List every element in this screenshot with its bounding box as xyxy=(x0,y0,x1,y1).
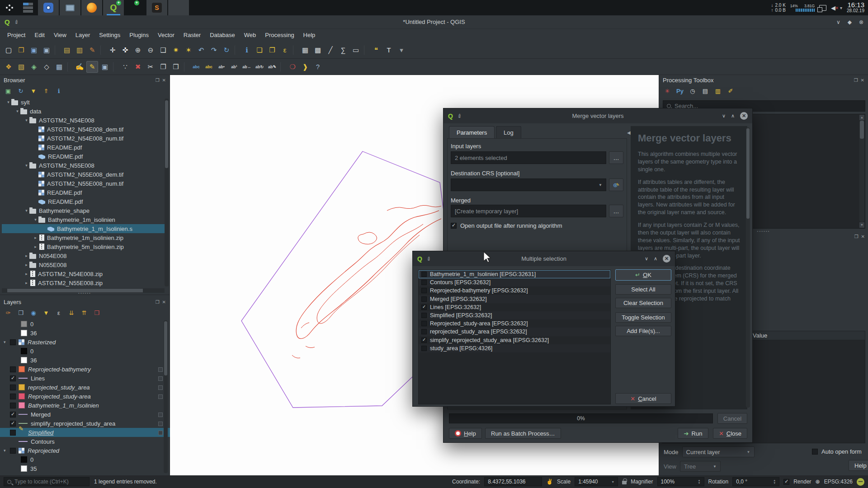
run-button[interactable]: ➔Run xyxy=(678,428,708,439)
toolbar-button[interactable]: T xyxy=(383,44,395,56)
toolbar-button[interactable]: ab• xyxy=(216,61,227,73)
tab-log[interactable]: Log xyxy=(496,126,521,139)
shade-icon[interactable]: ∨ xyxy=(645,256,648,262)
expand-arrow-icon[interactable] xyxy=(24,272,29,276)
clock[interactable]: 16:13 28.02.19 xyxy=(847,2,864,14)
close-dialog-button[interactable]: ✕Close xyxy=(713,428,747,439)
tree-item[interactable]: Bathymetrie_5m_Isolinien.zip xyxy=(2,242,166,251)
tree-item[interactable]: README.pdf xyxy=(2,152,166,161)
locate-input[interactable]: Type to locate (Ctrl+K) xyxy=(4,477,90,486)
tree-item[interactable]: ASTGTM2_N55E008.zip xyxy=(2,278,166,287)
tree-item[interactable]: Bathymetrie_1m_isolinien xyxy=(2,215,166,224)
toolbar-button[interactable]: ⊖ xyxy=(145,44,156,56)
toggle-selection-button[interactable]: Toggle Selection xyxy=(615,312,671,323)
toolbar-button[interactable] xyxy=(100,45,104,55)
tree-item[interactable]: N055E008 xyxy=(2,260,166,269)
scale-combo[interactable]: 1:45940▼ xyxy=(575,477,618,486)
tree-item[interactable]: ASTGTM2_N54E008_dem.tif xyxy=(2,125,166,134)
browser-tool-button[interactable]: ⇑ xyxy=(42,86,51,95)
open-output-checkbox[interactable] xyxy=(451,223,457,229)
toolbar-button[interactable] xyxy=(364,45,368,55)
layers-tool-button[interactable]: ▼ xyxy=(42,308,51,317)
toolbar-button[interactable] xyxy=(113,62,117,72)
selection-list-item[interactable]: Merged [EPSG:32632] xyxy=(419,295,610,303)
menu-item[interactable]: Processing xyxy=(260,29,298,42)
float-panel-icon[interactable]: ❐ xyxy=(854,78,858,83)
menu-item[interactable]: Web xyxy=(240,29,261,42)
clear-selection-button[interactable]: Clear Selection xyxy=(615,298,671,308)
toolbar-button[interactable]: ❐ xyxy=(266,44,278,56)
layers-tool-button[interactable]: ⇈ xyxy=(80,308,89,317)
item-checkbox[interactable] xyxy=(421,346,427,351)
tree-item[interactable]: N054E008 xyxy=(2,251,166,260)
tree-item[interactable]: README.pdf xyxy=(2,143,166,152)
tree-item[interactable]: sylt xyxy=(2,98,166,107)
layers-tool-button[interactable]: ◉ xyxy=(29,308,38,317)
help-scrollbar[interactable] xyxy=(746,127,750,408)
expand-arrow-icon[interactable] xyxy=(33,235,38,240)
float-panel-icon[interactable]: ❐ xyxy=(854,234,859,239)
expand-arrow-icon[interactable] xyxy=(24,208,29,213)
collapse-help-icon[interactable]: ◀ xyxy=(627,130,631,135)
expand-arrow-icon[interactable] xyxy=(33,217,38,222)
mode-combo[interactable]: Current layer▼ xyxy=(682,446,755,457)
menu-item[interactable]: Vector xyxy=(153,29,179,42)
layer-row[interactable]: Reprojected_study-area xyxy=(0,392,170,401)
menu-item[interactable]: Plugins xyxy=(125,29,153,42)
destination-crs-combo[interactable]: ▼ xyxy=(451,178,606,191)
layer-row[interactable]: Lines xyxy=(0,374,170,383)
toolbar-button[interactable] xyxy=(235,45,239,55)
expand-arrow-icon[interactable] xyxy=(24,263,29,267)
selection-list-item[interactable]: Reprojected_study-area [EPSG:32632] xyxy=(419,319,610,328)
rotation-spinbox[interactable]: 0,0 °▲▼ xyxy=(732,477,779,486)
expand-arrow-icon[interactable] xyxy=(33,244,38,249)
menu-item[interactable]: Raster xyxy=(179,29,205,42)
menu-item[interactable]: Help xyxy=(299,29,320,42)
toolbar-button[interactable]: ∑ xyxy=(337,44,349,56)
toolbar-button[interactable]: ❍ xyxy=(287,61,298,73)
toolbar-button[interactable]: ✶ xyxy=(183,44,194,56)
toolbar-button[interactable]: ✜ xyxy=(119,44,131,56)
toolbar-button[interactable]: ? xyxy=(312,61,324,73)
auto-open-form-checkbox[interactable] xyxy=(812,449,818,455)
input-layers-browse-button[interactable]: … xyxy=(609,151,623,164)
expand-arrow-icon[interactable] xyxy=(24,163,29,168)
selection-list-item[interactable]: Lines [EPSG:32632] xyxy=(419,303,610,311)
toolbar-button[interactable]: ↶ xyxy=(195,44,207,56)
toolbar-button[interactable]: abc xyxy=(203,61,215,73)
float-panel-icon[interactable]: ❐ xyxy=(156,300,160,305)
expand-arrow-icon[interactable] xyxy=(24,118,29,122)
toolbar-button[interactable]: ▥ xyxy=(74,44,85,56)
tree-item[interactable]: data xyxy=(2,107,166,116)
tree-item[interactable]: README.pdf xyxy=(2,188,166,197)
layer-row[interactable]: Bathymetrie_1_m_Isolinien xyxy=(0,401,170,410)
tree-item[interactable]: Bathymetrie_1_m_Isolinien.s xyxy=(2,224,166,233)
menu-item[interactable]: Layer xyxy=(71,29,95,42)
layers-vertical-scrollbar[interactable] xyxy=(164,320,168,473)
tree-item[interactable]: ASTGTM2_N55E008_num.tif xyxy=(2,179,166,188)
browser-tool-button[interactable]: ℹ xyxy=(54,86,63,95)
layer-visibility-checkbox[interactable] xyxy=(10,403,16,408)
toolbar-button[interactable]: ❝ xyxy=(370,44,382,56)
toolbar-button[interactable]: ▣ xyxy=(41,44,52,56)
expand-arrow-icon[interactable] xyxy=(5,100,11,104)
toolbar-button[interactable]: ✍ xyxy=(74,61,85,73)
window-titlebar[interactable]: Q ✐ *Untitled Project - QGIS ∨ ◆ ⊗ xyxy=(0,15,868,29)
layer-visibility-checkbox[interactable] xyxy=(10,366,16,372)
toolbar-button[interactable]: ◇ xyxy=(41,61,52,73)
merged-browse-button[interactable]: … xyxy=(609,205,623,217)
layers-tool-button[interactable]: ❒ xyxy=(92,308,101,317)
browser-tool-button[interactable]: ▼ xyxy=(29,86,38,95)
messages-button[interactable]: ••• xyxy=(857,478,864,486)
item-checkbox[interactable] xyxy=(421,280,427,285)
scroll-down-icon[interactable]: ▼ xyxy=(859,222,864,228)
value-column-header[interactable]: Value xyxy=(753,332,767,339)
network-icon[interactable] xyxy=(819,5,826,11)
input-layers-field[interactable]: 2 elements selected xyxy=(451,151,606,164)
toolbar-button[interactable]: ✛ xyxy=(107,44,118,56)
toolbar-button[interactable]: ▣ xyxy=(99,61,111,73)
layer-visibility-checkbox[interactable] xyxy=(10,421,16,427)
progress-cancel-button[interactable]: Cancel xyxy=(717,413,747,424)
close-panel-icon[interactable]: ✕ xyxy=(861,234,865,239)
toolbar-button[interactable]: ▦ xyxy=(53,61,65,73)
